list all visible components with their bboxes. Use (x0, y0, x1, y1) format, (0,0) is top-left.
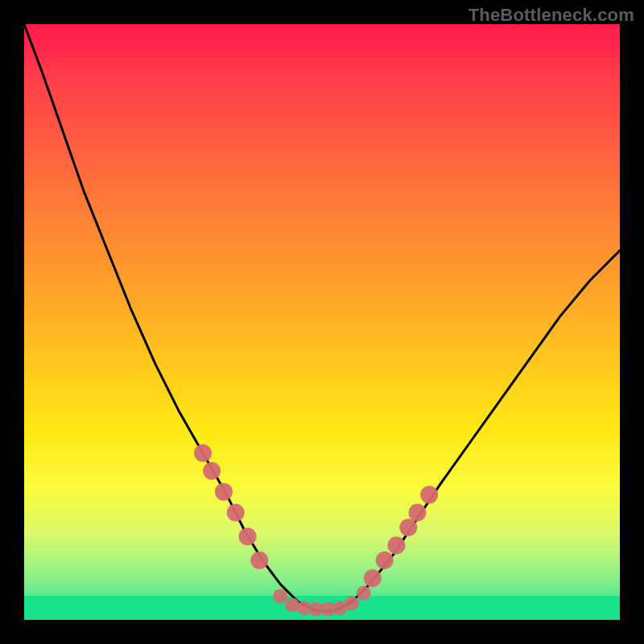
marker-dot (273, 588, 287, 603)
marker-dot (388, 537, 406, 555)
marker-dot (364, 569, 382, 587)
marker-dot (376, 551, 394, 569)
marker-dot (420, 486, 438, 504)
marker-dot (408, 504, 426, 522)
highlight-markers (194, 444, 438, 617)
chart-frame: TheBottleneck.com (0, 0, 644, 644)
watermark-text: TheBottleneck.com (469, 5, 634, 26)
marker-dot (203, 462, 221, 480)
marker-dot (227, 504, 245, 522)
marker-dot (194, 444, 212, 462)
bottleneck-curve (24, 24, 620, 611)
curve-layer (24, 24, 620, 620)
marker-dot (345, 596, 359, 610)
marker-dot (399, 518, 417, 536)
plot-area (24, 24, 620, 620)
marker-dot (215, 483, 233, 501)
marker-dot (357, 586, 371, 601)
marker-dot (250, 551, 268, 569)
marker-dot (239, 527, 257, 545)
